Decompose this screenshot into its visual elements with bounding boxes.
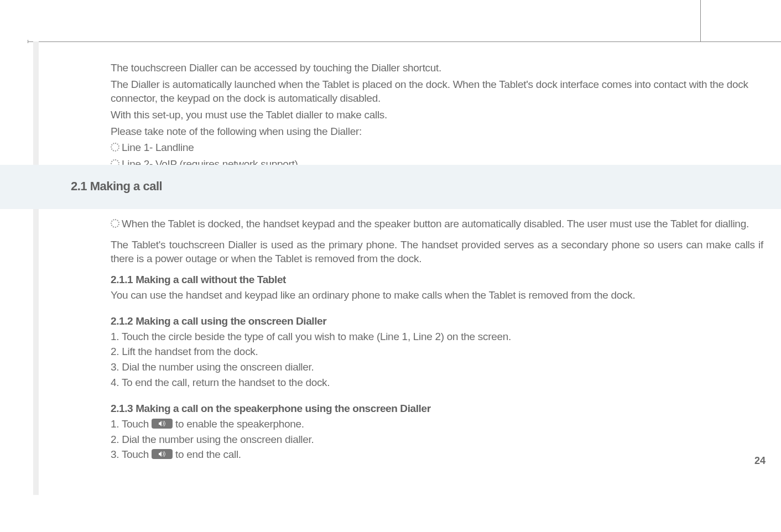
- s213-step-3: 3. Touch to end the call.: [111, 447, 763, 462]
- intro-line-4: Please take note of the following when u…: [111, 124, 763, 139]
- section-title: 2.1 Making a call: [71, 179, 162, 194]
- s211-text: You can use the handset and keypad like …: [111, 288, 763, 302]
- speaker-icon: [152, 449, 173, 459]
- left-margin-bar: [33, 41, 39, 495]
- page-number: 24: [754, 455, 766, 467]
- s213-step-1a: 1. Touch: [111, 418, 152, 430]
- intro-line-1: The touchscreen Dialler can be accessed …: [111, 61, 763, 75]
- intro-bullet-1: Line 1- Landline: [111, 140, 763, 155]
- crop-mark-top: [0, 0, 701, 41]
- s213-step-2: 2. Dial the number using the onscreen di…: [111, 432, 763, 447]
- crop-mark-tick: [28, 40, 28, 43]
- intro-line-3: With this set-up, you must use the Table…: [111, 108, 763, 122]
- crop-mark-horizontal: [28, 41, 781, 42]
- subhead-2-1-1: 2.1.1 Making a call without the Tablet: [111, 273, 763, 287]
- s212-step-2: 2. Lift the handset from the dock.: [111, 345, 763, 359]
- s213-step-1b: to enable the speakerphone.: [175, 418, 304, 430]
- primary-phone-note: The Tablet's touchscreen Dialler is used…: [111, 238, 763, 266]
- s212-step-4: 4. To end the call, return the handset t…: [111, 375, 763, 390]
- s213-step-1: 1. Touch to enable the speakerphone.: [111, 417, 763, 431]
- s212-step-3: 3. Dial the number using the onscreen di…: [111, 360, 763, 374]
- s212-step-1: 1. Touch the circle beside the type of c…: [111, 330, 763, 344]
- s213-step-3b: to end the call.: [175, 448, 241, 460]
- section-body: When the Tablet is docked, the handset k…: [111, 217, 763, 463]
- s213-step-3a: 3. Touch: [111, 448, 152, 460]
- speaker-icon: [152, 419, 173, 429]
- intro-line-2: The Dialler is automatically launched wh…: [111, 77, 763, 106]
- docked-note: When the Tablet is docked, the handset k…: [111, 217, 763, 231]
- intro-block: The touchscreen Dialler can be accessed …: [111, 61, 763, 173]
- subhead-2-1-3: 2.1.3 Making a call on the speakerphone …: [111, 401, 763, 416]
- subhead-2-1-2: 2.1.2 Making a call using the onscreen D…: [111, 314, 763, 328]
